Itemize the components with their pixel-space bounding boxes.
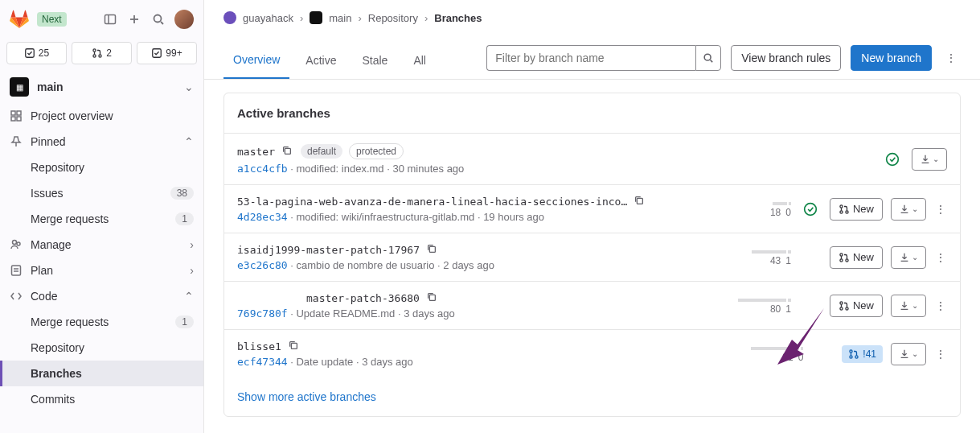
search-icon[interactable]	[150, 11, 166, 27]
svg-point-8	[93, 55, 96, 57]
commit-sha-link[interactable]: 769c780f	[237, 307, 288, 320]
nav-code-branches[interactable]: Branches	[0, 361, 203, 386]
more-actions-icon[interactable]: ⋮	[941, 52, 961, 64]
download-button[interactable]: ⌄	[891, 246, 926, 269]
svg-point-25	[805, 203, 817, 215]
commit-message: cambio de nombre de usuario	[296, 259, 434, 271]
download-button[interactable]: ⌄	[891, 295, 926, 317]
tab-all[interactable]: All	[404, 46, 436, 78]
branch-name[interactable]: isaidj1999-master-patch-17967	[237, 244, 420, 256]
nav-list: Project overview Pinned ⌃ Repository Iss…	[0, 103, 203, 433]
branch-more-icon[interactable]: ⋮	[934, 299, 947, 312]
copy-icon[interactable]	[426, 291, 439, 304]
manage-icon	[10, 238, 23, 251]
svg-point-15	[13, 241, 17, 245]
mr-link[interactable]: !41	[842, 345, 883, 363]
stat-row: 25 2 99+	[0, 39, 203, 71]
breadcrumb-repository[interactable]: Repository	[368, 12, 418, 24]
branch-name[interactable]: master-patch-36680	[306, 292, 420, 304]
commit-sha-link[interactable]: a1cc4cfb	[237, 163, 288, 175]
nav-pin-merge-requests[interactable]: Merge requests1	[0, 206, 203, 232]
svg-rect-13	[11, 117, 15, 121]
branch-actions: !41⌄⋮	[842, 343, 947, 365]
svg-point-36	[846, 307, 848, 309]
mrs-stat[interactable]: 2	[72, 42, 132, 64]
svg-point-32	[846, 258, 848, 261]
plus-icon[interactable]	[126, 11, 142, 27]
branch-actions: ⌄	[912, 148, 947, 171]
copy-icon[interactable]	[634, 195, 646, 208]
copy-icon[interactable]	[288, 340, 301, 353]
nav-pin-issues[interactable]: Issues38	[0, 180, 203, 206]
chevron-right-icon: ›	[190, 264, 194, 277]
svg-point-20	[704, 54, 711, 60]
branch-graph: 910	[723, 345, 803, 363]
branch-name[interactable]: blisse1	[237, 340, 281, 353]
project-title: main	[37, 80, 176, 93]
download-button[interactable]: ⌄	[891, 343, 926, 365]
gitlab-logo-icon[interactable]	[10, 10, 29, 29]
svg-rect-12	[17, 111, 21, 115]
main-content: guayahack › main › Repository › Branches…	[204, 0, 980, 433]
breadcrumb-project[interactable]: main	[329, 12, 351, 24]
nav-pin-repository[interactable]: Repository	[0, 155, 203, 180]
nav-code-merge-requests[interactable]: Merge requests1	[0, 309, 203, 335]
copy-icon[interactable]	[426, 243, 439, 256]
nav-plan[interactable]: Plan ›	[0, 258, 203, 283]
svg-rect-11	[11, 111, 15, 115]
svg-point-30	[840, 253, 843, 255]
sidebar-toggle-icon[interactable]	[102, 11, 118, 27]
user-avatar[interactable]	[174, 10, 194, 29]
copy-icon[interactable]	[281, 145, 294, 158]
show-more-link[interactable]: Show more active branches	[237, 390, 376, 403]
branch-more-icon[interactable]: ⋮	[934, 251, 947, 264]
commit-sha-link[interactable]: ecf47344	[237, 356, 288, 368]
svg-rect-29	[429, 246, 435, 252]
branch-actions: New⌄⋮	[830, 198, 947, 221]
download-button[interactable]: ⌄	[891, 198, 926, 221]
svg-rect-0	[105, 15, 116, 24]
project-avatar-icon: ▦	[10, 77, 29, 97]
branch-more-icon[interactable]: ⋮	[934, 348, 947, 361]
new-branch-button[interactable]: New branch	[851, 45, 932, 71]
pipeline-status-icon[interactable]	[801, 202, 820, 216]
view-branch-rules-button[interactable]: View branch rules	[731, 45, 841, 71]
svg-point-26	[840, 204, 843, 207]
panel-title: Active branches	[224, 93, 960, 133]
svg-point-23	[887, 153, 899, 165]
commit-sha-link[interactable]: 4d28ec34	[237, 211, 288, 223]
branch-more-icon[interactable]: ⋮	[934, 203, 947, 216]
branch-filter-search-button[interactable]	[695, 45, 721, 71]
breadcrumb-group[interactable]: guayahack	[243, 12, 293, 24]
svg-point-38	[850, 349, 852, 352]
tab-stale[interactable]: Stale	[352, 46, 397, 78]
branch-name[interactable]: 53-la-pagina-web-avanza-de-manera-lineal…	[237, 196, 627, 208]
svg-line-21	[711, 60, 713, 63]
svg-point-7	[93, 49, 96, 52]
branch-actions: New⌄⋮	[830, 246, 947, 269]
tab-active[interactable]: Active	[296, 46, 346, 78]
issues-stat[interactable]: 99+	[137, 42, 197, 64]
new-mr-button[interactable]: New	[830, 198, 883, 221]
pipeline-status-icon[interactable]	[883, 152, 902, 167]
new-mr-button[interactable]: New	[830, 295, 883, 317]
commit-time: 2 days ago	[443, 259, 494, 271]
todos-stat[interactable]: 25	[6, 42, 67, 64]
project-selector[interactable]: ▦ main ⌄	[0, 71, 203, 103]
tab-overview[interactable]: Overview	[223, 45, 289, 79]
branch-name[interactable]: master	[237, 146, 275, 158]
nav-pinned[interactable]: Pinned ⌃	[0, 129, 203, 155]
active-branches-panel: Active branches master defaultprotected …	[223, 93, 961, 417]
branch-row: blisse1 ecf47344 · Date update · 3 days …	[224, 329, 960, 377]
nav-code-commits[interactable]: Commits	[0, 386, 203, 412]
branch-graph: 801	[711, 297, 791, 315]
nav-project-overview[interactable]: Project overview	[0, 103, 203, 129]
nav-manage[interactable]: Manage ›	[0, 232, 203, 258]
new-mr-button[interactable]: New	[830, 246, 883, 269]
nav-code[interactable]: Code ⌃	[0, 283, 203, 309]
nav-code-repository[interactable]: Repository	[0, 335, 203, 361]
commit-sha-link[interactable]: e3c26c80	[237, 259, 288, 271]
branch-filter-input[interactable]	[486, 45, 695, 71]
download-button[interactable]: ⌄	[912, 148, 947, 171]
svg-point-27	[840, 210, 843, 212]
